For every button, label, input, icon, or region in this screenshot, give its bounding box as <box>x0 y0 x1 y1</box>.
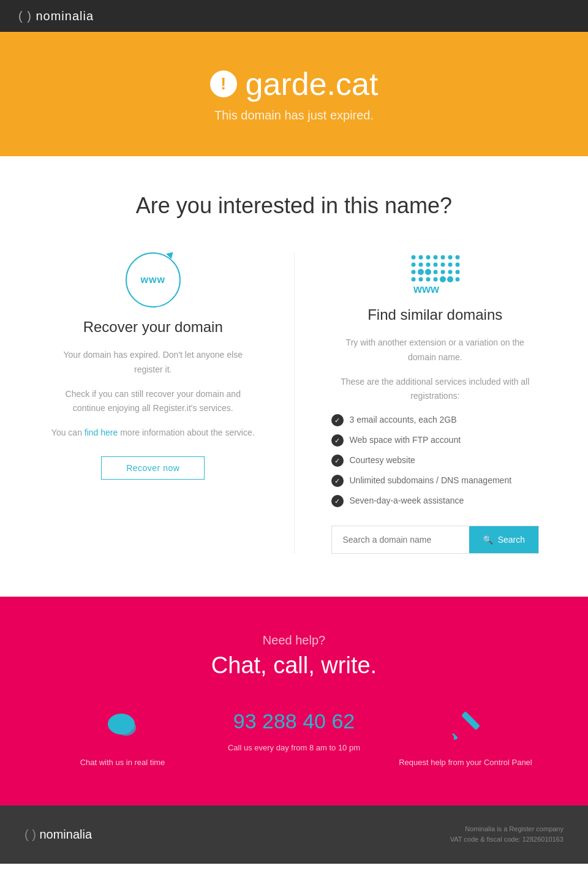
recover-now-button[interactable]: Recover now <box>101 456 205 480</box>
svg-point-5 <box>448 255 453 260</box>
chat-icon <box>104 709 141 748</box>
nav-logo: ( ) nominalia <box>18 9 94 23</box>
legal-line1: Nominalia is a Register company <box>450 824 564 835</box>
check-icon: ✓ <box>331 434 344 447</box>
recover-heading: Recover your domain <box>49 319 257 336</box>
www-text: www <box>141 274 165 285</box>
write-label: Request help from your Control Panel <box>399 757 532 769</box>
svg-point-17 <box>434 270 438 274</box>
svg-point-22 <box>419 277 423 282</box>
domain-search-input[interactable] <box>332 526 469 553</box>
www-arrow-icon <box>166 249 176 259</box>
svg-rect-32 <box>461 711 480 730</box>
hero-subtitle: This domain has just expired. <box>12 108 576 123</box>
svg-point-23 <box>426 277 431 282</box>
svg-point-20 <box>456 270 460 274</box>
recover-desc3: You can find here more information about… <box>49 426 257 440</box>
grid-www-icon: www <box>331 252 540 295</box>
help-columns: Chat with us in real time 93 288 40 62 C… <box>24 709 564 769</box>
svg-point-7 <box>412 263 416 267</box>
svg-point-9 <box>426 263 431 267</box>
svg-point-3 <box>434 255 438 260</box>
svg-point-13 <box>456 263 460 267</box>
svg-point-16 <box>425 269 431 275</box>
similar-heading: Find similar domains <box>331 306 540 323</box>
svg-point-31 <box>116 720 136 736</box>
hero-domain: garde.cat <box>246 66 379 102</box>
two-column-layout: www Recover your domain Your domain has … <box>24 252 564 554</box>
check-icon: ✓ <box>331 495 344 507</box>
svg-point-11 <box>441 263 445 267</box>
svg-point-24 <box>434 277 438 282</box>
svg-point-4 <box>441 255 445 260</box>
feature-item: ✓ 3 email accounts, each 2GB <box>331 413 540 426</box>
similar-desc1: Try with another extension or a variatio… <box>331 336 540 365</box>
svg-point-8 <box>419 263 423 267</box>
domain-search-button[interactable]: 🔍 Search <box>469 526 538 553</box>
feature-item: ✓ Unlimited subdomains / DNS management <box>331 474 540 487</box>
svg-point-0 <box>412 255 416 260</box>
similar-domains-column: www Find similar domains Try with anothe… <box>295 252 564 554</box>
check-icon: ✓ <box>331 475 344 487</box>
svg-point-19 <box>448 270 453 274</box>
help-chat-col: Chat with us in real time <box>37 709 208 769</box>
find-here-link[interactable]: find here <box>85 428 118 437</box>
features-checklist: ✓ 3 email accounts, each 2GB ✓ Web space… <box>331 413 540 507</box>
svg-point-26 <box>447 276 453 282</box>
hero-title-container: ! garde.cat <box>12 66 576 102</box>
svg-point-14 <box>412 270 416 274</box>
recover-column: www Recover your domain Your domain has … <box>24 252 295 554</box>
svg-point-25 <box>440 276 446 282</box>
recover-desc1: Your domain has expired. Don't let anyon… <box>49 348 257 377</box>
svg-point-15 <box>418 269 424 275</box>
www-icon-wrapper: www <box>49 252 257 308</box>
legal-line2: VAT code & fiscal code: 12826010163 <box>450 834 564 845</box>
svg-point-6 <box>456 255 460 260</box>
phone-label: Call us every day from 8 am to 10 pm <box>228 742 360 754</box>
recover-desc2: Check if you can still recover your doma… <box>49 387 257 417</box>
help-subtitle: Need help? <box>24 633 564 647</box>
svg-point-10 <box>434 263 438 267</box>
footer: ( ) nominalia Nominalia is a Register co… <box>0 806 588 864</box>
svg-point-21 <box>412 277 416 282</box>
pencil-icon <box>449 709 483 748</box>
hero-warning-icon: ! <box>210 70 237 97</box>
svg-text:www: www <box>413 283 440 295</box>
hero-banner: ! garde.cat This domain has just expired… <box>0 32 588 156</box>
section-title: Are you interested in this name? <box>24 193 564 219</box>
check-icon: ✓ <box>331 455 344 467</box>
domain-search-bar: 🔍 Search <box>331 526 540 554</box>
top-navigation: ( ) nominalia <box>0 0 588 32</box>
svg-point-12 <box>448 263 453 267</box>
help-phone-col: 93 288 40 62 Call us every day from 8 am… <box>208 709 380 769</box>
similar-desc2: These are the additional services includ… <box>331 375 540 404</box>
main-content: Are you interested in this name? www Rec… <box>0 156 588 597</box>
feature-item: ✓ Courtesy website <box>331 454 540 467</box>
svg-point-2 <box>426 255 431 260</box>
footer-legal: Nominalia is a Register company VAT code… <box>450 824 564 845</box>
svg-point-18 <box>441 270 445 274</box>
help-title: Chat, call, write. <box>24 652 564 679</box>
svg-point-27 <box>456 277 460 282</box>
feature-item: ✓ Web space with FTP account <box>331 434 540 447</box>
phone-number: 93 288 40 62 <box>233 709 355 733</box>
help-write-col: Request help from your Control Panel <box>380 709 551 769</box>
footer-logo: ( ) nominalia <box>24 828 92 842</box>
help-section: Need help? Chat, call, write. Chat with … <box>0 597 588 806</box>
search-icon: 🔍 <box>483 535 493 545</box>
chat-label: Chat with us in real time <box>80 757 165 769</box>
svg-point-1 <box>419 255 423 260</box>
feature-item: ✓ Seven-day-a-week assistance <box>331 494 540 507</box>
www-circle-icon: www <box>126 252 181 308</box>
check-icon: ✓ <box>331 414 344 426</box>
grid-www-svg: www <box>407 252 462 295</box>
